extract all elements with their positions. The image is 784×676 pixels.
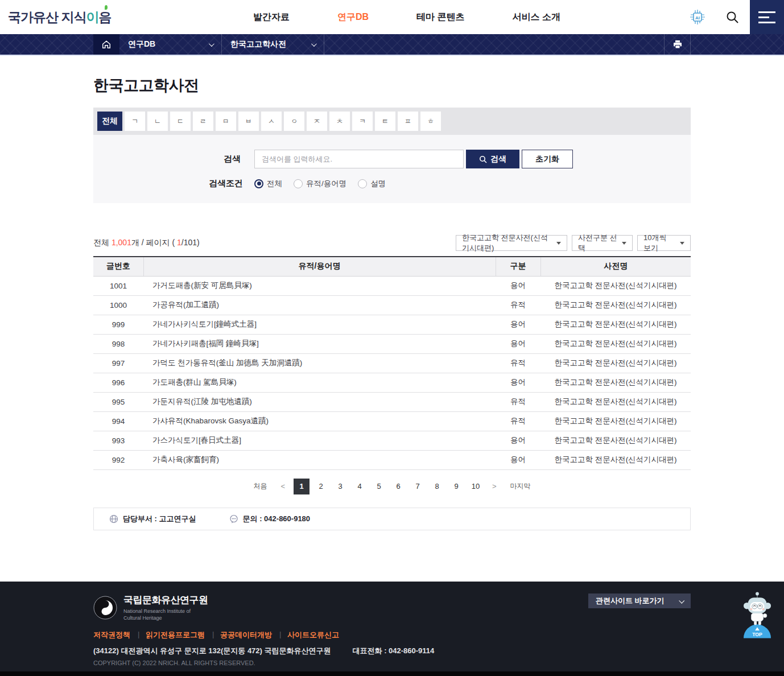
cell-type: 유적: [496, 411, 540, 431]
top-button-label: TOP: [752, 632, 762, 638]
consonant-tab[interactable]: ㅋ: [352, 112, 373, 131]
page-number-button[interactable]: 5: [371, 479, 387, 494]
radio-option[interactable]: 유적/용어명: [294, 179, 346, 189]
consonant-tab[interactable]: ㅎ: [420, 112, 441, 131]
cell-no: 999: [93, 315, 143, 334]
cell-entry-link[interactable]: 가둔지유적(江陵 加屯地遺蹟): [143, 392, 496, 411]
nav-item[interactable]: 발간자료: [253, 11, 290, 23]
cell-no: 992: [93, 450, 143, 469]
pagesize-select[interactable]: 10개씩 보기: [637, 235, 691, 251]
consonant-tab[interactable]: ㅇ: [284, 112, 304, 131]
site-logo[interactable]: 국가유산 지식이음: [8, 9, 111, 26]
consonant-tab[interactable]: ㄴ: [147, 112, 168, 131]
table-header-row: 글번호 유적/용어명 구분 사전명: [93, 257, 691, 276]
footer-link[interactable]: 공공데이터개방: [212, 630, 272, 640]
breadcrumb-menu1-dropdown[interactable]: 연구DB: [119, 34, 222, 55]
consonant-tab[interactable]: ㅁ: [216, 112, 236, 131]
radio-label: 전체: [267, 179, 282, 189]
nav-item[interactable]: 테마 콘텐츠: [416, 11, 464, 23]
logo-text-suffix: 음: [98, 10, 111, 24]
page-first-button[interactable]: 처음: [253, 481, 267, 491]
consonant-tab[interactable]: ㄷ: [170, 112, 191, 131]
category-select[interactable]: 사전구분 선택: [572, 235, 633, 251]
footer-link[interactable]: 저작권정책: [93, 630, 130, 640]
search-button[interactable]: 검색: [466, 150, 519, 168]
page-number-button[interactable]: 6: [390, 479, 406, 494]
page-number-button[interactable]: 10: [468, 479, 484, 494]
logo-text: 국가유산 지식: [8, 10, 86, 24]
cell-entry-link[interactable]: 가도패총(群山 駕島貝塚): [143, 373, 496, 392]
table-row: 996 가도패총(群山 駕島貝塚) 용어 한국고고학 전문사전(신석기시대편): [93, 373, 691, 392]
consonant-tab[interactable]: ㅌ: [375, 112, 395, 131]
cell-entry-link[interactable]: 가축사육(家畜飼育): [143, 450, 496, 469]
cell-dict: 한국고고학 전문사전(신석기시대편): [540, 392, 691, 411]
printer-icon[interactable]: [664, 34, 691, 55]
radio-option[interactable]: 설명: [358, 179, 386, 189]
col-header-no: 글번호: [93, 257, 143, 276]
breadcrumb-menu1-label: 연구DB: [128, 39, 155, 50]
cell-no: 994: [93, 411, 143, 431]
chat-icon: [229, 514, 238, 524]
page-number-button[interactable]: 4: [352, 479, 368, 494]
page-number-button[interactable]: 7: [410, 479, 426, 494]
home-icon[interactable]: [93, 34, 119, 55]
consonant-tab[interactable]: ㅍ: [398, 112, 418, 131]
cell-entry-link[interactable]: 가네가사키식토기[鐘崎式土器]: [143, 315, 496, 334]
nav-item[interactable]: 연구DB: [337, 11, 369, 23]
cell-entry-link[interactable]: 가덕도 천가동유적(釜山 加德島 天加洞遺蹟): [143, 353, 496, 373]
cell-dict: 한국고고학 전문사전(신석기시대편): [540, 450, 691, 469]
cell-no: 1001: [93, 276, 143, 295]
table-row: 999 가네가사키식토기[鐘崎式土器] 용어 한국고고학 전문사전(신석기시대편…: [93, 315, 691, 334]
page-number-button[interactable]: 8: [429, 479, 445, 494]
footer-links: 저작권정책읽기전용프로그램공공데이터개방사이트오류신고: [93, 630, 691, 640]
cell-no: 997: [93, 353, 143, 373]
consonant-tab[interactable]: ㅊ: [329, 112, 350, 131]
radio-option[interactable]: 전체: [254, 179, 282, 189]
consonant-tab[interactable]: ㅈ: [307, 112, 327, 131]
cell-entry-link[interactable]: 가공유적(加工遺蹟): [143, 295, 496, 315]
results-bar: 전체 1,001개 / 페이지 ( 1/101) 한국고고학 전문사전(신석기시…: [93, 235, 691, 251]
total-count: 1,001: [112, 238, 131, 247]
scroll-top-mascot-button[interactable]: TOP: [743, 591, 771, 640]
logo-accent-char: 이: [86, 10, 98, 24]
page-next-button[interactable]: >: [492, 482, 497, 490]
cell-type: 유적: [496, 353, 540, 373]
cell-entry-link[interactable]: 가스가식토기[春日式土器]: [143, 431, 496, 450]
footer: 국립문화유산연구원 National Research Institute of…: [0, 582, 784, 671]
radio-icon: [294, 179, 303, 188]
cell-entry-link[interactable]: 가거도패총(新安 可居島貝塚): [143, 276, 496, 295]
dictionary-select[interactable]: 한국고고학 전문사전(신석기시대편): [456, 235, 567, 251]
cell-dict: 한국고고학 전문사전(신석기시대편): [540, 315, 691, 334]
nav-item[interactable]: 서비스 소개: [513, 11, 560, 23]
consonant-tab[interactable]: ㄱ: [125, 112, 145, 131]
reset-button[interactable]: 초기화: [522, 150, 573, 168]
search-button-label: 검색: [490, 154, 506, 164]
page-number-button[interactable]: 1: [294, 479, 310, 494]
consonant-tab[interactable]: ㅅ: [261, 112, 282, 131]
cell-dict: 한국고고학 전문사전(신석기시대편): [540, 431, 691, 450]
search-input[interactable]: [254, 150, 464, 168]
breadcrumb-menu2-dropdown[interactable]: 한국고고학사전: [222, 34, 324, 55]
consonant-tab[interactable]: ㅂ: [238, 112, 259, 131]
related-sites-select[interactable]: 관련사이트 바로가기: [588, 593, 691, 608]
menu-icon[interactable]: [750, 0, 784, 34]
page-number-button[interactable]: 3: [332, 479, 348, 494]
page-title: 한국고고학사전: [93, 75, 691, 96]
cell-no: 993: [93, 431, 143, 450]
page-prev-button[interactable]: <: [280, 482, 285, 490]
consonant-tab[interactable]: ㄹ: [193, 112, 213, 131]
page-number-button[interactable]: 9: [448, 479, 464, 494]
ai-chip-icon[interactable]: AI: [689, 9, 706, 26]
inquiry-text: 문의 : 042-860-9180: [243, 514, 311, 524]
cell-entry-link[interactable]: 가샤유적(Khabarovsk Gasya遺蹟): [143, 411, 496, 431]
footer-tel: 대표전화 : 042-860-9114: [353, 646, 435, 656]
footer-link[interactable]: 사이트오류신고: [279, 630, 339, 640]
table-row: 992 가축사육(家畜飼育) 용어 한국고고학 전문사전(신석기시대편): [93, 450, 691, 469]
page-number-button[interactable]: 2: [313, 479, 329, 494]
cell-type: 용어: [496, 373, 540, 392]
page-last-button[interactable]: 마지막: [510, 481, 531, 491]
footer-link[interactable]: 읽기전용프로그램: [138, 630, 205, 640]
search-icon[interactable]: [725, 10, 740, 24]
cell-entry-link[interactable]: 가네가사키패총[福岡 鐘崎貝塚]: [143, 334, 496, 353]
consonant-tab[interactable]: 전체: [97, 112, 122, 131]
